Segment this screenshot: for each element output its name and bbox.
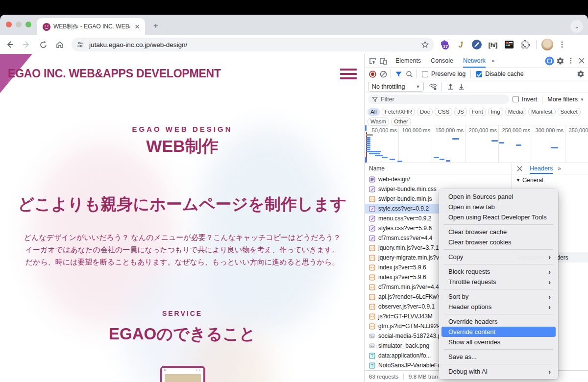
request-count: 63 requests [369,374,398,380]
clear-icon[interactable] [378,69,389,79]
new-tab-button[interactable]: + [152,23,160,30]
throttling-select[interactable]: No throttling▼ [368,82,424,92]
chip-doc[interactable]: Doc [417,108,433,116]
extensions-puzzle-icon[interactable] [519,39,531,50]
general-section-header[interactable]: ▼General [512,174,588,186]
filter-icon[interactable] [393,69,404,79]
disable-cache-label: Disable cache [485,71,524,77]
menu-item-show-all-overrides[interactable]: Show all overrides [441,337,556,347]
search-icon[interactable] [404,69,415,79]
chip-js[interactable]: JS [454,108,466,116]
inspect-icon[interactable] [367,55,378,66]
extension-blocks-icon[interactable] [503,39,515,50]
timeline-overview[interactable]: 50,000 ms100,000 ms150,000 ms200,000 ms2… [365,125,588,163]
reload-icon[interactable] [36,38,50,51]
chip-css[interactable]: CSS [435,108,452,116]
request-type-chips: AllFetch/XHRDocCSSJSFontImgMediaManifest… [365,105,588,125]
svg-text:17: 17 [443,44,448,49]
more-pane-tabs-icon[interactable]: » [558,165,561,172]
url-text[interactable]: jutaku.egao-inc.co.jp/web-design/ [89,41,421,48]
tab-elements[interactable]: Elements [395,54,421,68]
device-toolbar-icon[interactable] [378,55,389,66]
submenu-arrow-icon: › [548,293,551,300]
file-type-js-icon [368,264,375,271]
filter-input[interactable]: Filter [368,95,509,104]
waterfall-bar [551,147,558,148]
site-brand[interactable]: EGAO INC. WEB&APPS DEVELOPMENT [8,67,221,80]
request-name: simulator_back.png [378,342,429,349]
menu-item-header-options[interactable]: Header options› [441,302,556,312]
traffic-light-close[interactable] [6,22,12,27]
forward-icon[interactable] [20,38,33,51]
menu-item-block-requests[interactable]: Block requests› [441,266,556,277]
site-settings-icon[interactable] [76,41,84,48]
devtools-close-icon[interactable] [576,55,587,66]
waterfall-bar [366,143,370,144]
chip-other[interactable]: Other [391,118,411,126]
waterfall-bar [375,155,383,156]
traffic-light-zoom[interactable] [25,22,31,27]
menu-item-open-in-new-tab[interactable]: Open in new tab [441,202,556,212]
menu-item-save-as-[interactable]: Save as... [441,352,556,362]
menu-separator [444,349,553,350]
menu-item-override-headers[interactable]: Override headers [441,316,556,327]
menu-item-debug-with-ai[interactable]: Debug with AI› [441,366,556,377]
chip-fetch-xhr[interactable]: Fetch/XHR [382,108,415,116]
tab-network[interactable]: Network [463,54,486,68]
extension-wallet-icon[interactable]: 17 [439,39,450,50]
menu-item-clear-browser-cache[interactable]: Clear browser cache [441,227,556,237]
menu-item-sort-by[interactable]: Sort by› [441,291,556,302]
import-har-icon[interactable] [445,81,456,92]
profile-avatar[interactable] [541,39,553,50]
time-label: 150,000 ms [427,127,464,134]
home-icon[interactable] [53,38,67,51]
menu-item-override-content[interactable]: Override content [441,327,556,337]
chip-img[interactable]: Img [488,108,503,116]
extension-hv-icon[interactable]: [h/] [487,39,499,50]
extension-j-icon[interactable]: J [455,39,466,50]
preserve-log-checkbox[interactable] [422,71,428,77]
headers-tab[interactable]: Headers [530,163,553,174]
disable-cache-checkbox[interactable] [476,71,482,77]
tab-close-icon[interactable]: ✕ [133,23,141,30]
lit-extension-icon[interactable] [544,55,555,66]
menu-item-label: Throttle requests [448,278,496,286]
invert-checkbox[interactable] [513,96,519,102]
name-column-header[interactable]: Name [365,165,512,172]
close-headers-icon[interactable] [514,163,525,174]
time-label: 100,000 ms [394,127,430,134]
menu-item-open-in-sources-panel[interactable]: Open in Sources panel [441,191,556,202]
chip-font[interactable]: Font [469,108,486,116]
address-bar[interactable]: jutaku.egao-inc.co.jp/web-design/ [72,38,434,51]
bookmark-star-icon[interactable] [421,41,429,49]
network-conditions-icon[interactable] [428,81,439,92]
tab-console[interactable]: Console [431,54,453,68]
tab-search-button[interactable]: ⌄ [570,20,583,33]
hamburger-menu-icon[interactable] [340,69,357,82]
submenu-arrow-icon: › [548,303,551,310]
time-label: 200,000 ms [461,127,497,134]
network-settings-icon[interactable] [575,69,586,79]
menu-item-open-using-react-developer-tools[interactable]: Open using React Developer Tools [441,212,556,222]
menu-item-copy[interactable]: Copy› [441,252,556,262]
chip-all[interactable]: All [368,108,380,116]
browser-menu-icon[interactable] [555,38,569,51]
more-filters-label[interactable]: More filters [547,96,578,103]
devtools-menu-icon[interactable] [565,55,576,66]
chip-manifest[interactable]: Manifest [528,108,555,116]
back-icon[interactable] [3,38,17,51]
devtools-settings-icon[interactable] [555,55,565,66]
chip-socket[interactable]: Socket [558,108,581,116]
more-tabs-icon[interactable]: » [491,57,495,64]
traffic-light-minimize[interactable] [16,22,22,27]
file-type-js-icon [368,274,375,281]
chip-media[interactable]: Media [505,108,526,116]
export-har-icon[interactable] [456,81,466,92]
browser-tab[interactable]: WEB制作 - EGAO INC. WEB&A ✕ [37,18,145,35]
extension-pencil-icon[interactable] [471,39,483,50]
record-icon[interactable] [367,69,378,79]
request-row[interactable]: web-design/ [365,174,512,184]
menu-item-clear-browser-cookies[interactable]: Clear browser cookies [441,237,556,247]
menu-item-throttle-requests[interactable]: Throttle requests› [441,277,556,287]
chip-wasm[interactable]: Wasm [368,118,389,126]
